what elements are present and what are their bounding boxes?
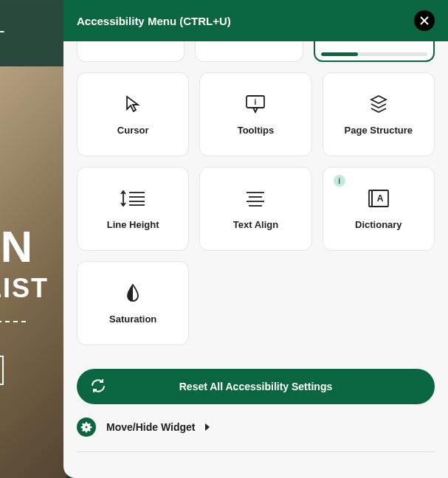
- reset-label: Reset All Accessibility Settings: [179, 381, 332, 392]
- text-align-option[interactable]: Text Align: [199, 167, 311, 251]
- progress-bar: [321, 52, 427, 56]
- cta-box-fragment: [0, 356, 4, 385]
- reset-button[interactable]: Reset All Accessibility Settings: [77, 369, 435, 404]
- accessibility-panel: Accessibility Menu (CTRL+U): [63, 0, 448, 478]
- panel-header: Accessibility Menu (CTRL+U): [63, 0, 448, 41]
- chevron-right-icon: [205, 423, 210, 431]
- move-hide-label: Move/Hide Widget: [106, 421, 195, 433]
- page-structure-option[interactable]: Page Structure: [323, 72, 435, 156]
- headline-fragment-1: İN: [0, 221, 35, 272]
- close-button[interactable]: [414, 10, 435, 31]
- card-label: Text Align: [233, 219, 278, 230]
- cursor-icon: [123, 94, 142, 114]
- nav-text-fragment: BL: [0, 21, 6, 36]
- card-label: Line Height: [107, 219, 159, 230]
- progress-fill: [321, 52, 359, 56]
- tooltips-option[interactable]: i Tooltips: [199, 72, 311, 156]
- partial-card[interactable]: [195, 41, 303, 62]
- card-label: Page Structure: [345, 125, 413, 136]
- cursor-option[interactable]: Cursor: [77, 72, 189, 156]
- card-label: Cursor: [117, 125, 149, 136]
- partial-card[interactable]: [77, 41, 185, 62]
- tooltips-icon: i: [244, 94, 266, 114]
- panel-body: Cursor i Tooltips: [63, 41, 448, 478]
- svg-rect-13: [369, 190, 372, 207]
- partial-card-selected[interactable]: [314, 41, 435, 62]
- card-label: Tooltips: [238, 125, 275, 136]
- partial-row-previous: [77, 41, 435, 62]
- saturation-option[interactable]: Saturation: [77, 261, 189, 345]
- panel-title: Accessibility Menu (CTRL+U): [77, 15, 231, 27]
- svg-text:i: i: [255, 98, 257, 106]
- options-grid: Cursor i Tooltips: [77, 72, 435, 345]
- hero-image: [0, 66, 66, 478]
- card-label: Saturation: [109, 314, 156, 325]
- line-height-icon: [120, 188, 146, 209]
- saturation-icon: [125, 283, 140, 303]
- gear-icon: [77, 418, 96, 437]
- dictionary-icon: A: [367, 188, 390, 209]
- card-label: Dictionary: [355, 219, 402, 230]
- info-badge: i: [334, 175, 345, 187]
- refresh-icon: [90, 378, 106, 396]
- text-align-icon: [245, 188, 266, 209]
- close-icon: [419, 15, 430, 26]
- headline-fragment-2: LIST: [0, 273, 49, 304]
- svg-text:A: A: [376, 193, 383, 204]
- page-structure-icon: [368, 94, 389, 114]
- move-hide-widget[interactable]: Move/Hide Widget: [77, 418, 435, 452]
- dictionary-option[interactable]: i A Dictionary: [323, 167, 435, 251]
- line-height-option[interactable]: Line Height: [77, 167, 189, 251]
- divider-dashes: [0, 321, 26, 322]
